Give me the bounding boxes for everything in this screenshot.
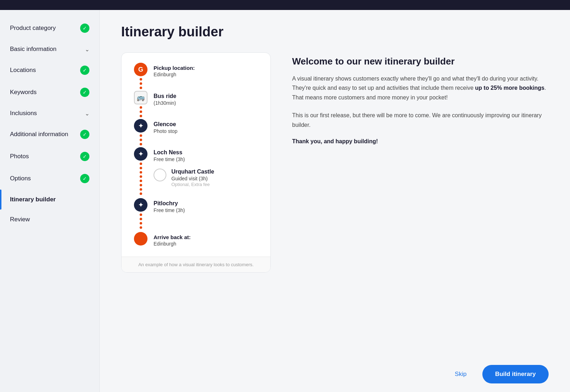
check-icon: ✓ bbox=[80, 174, 89, 183]
stop-label: Glencoe bbox=[154, 121, 259, 128]
timeline-content-5: Arrive back at: Edinburgh bbox=[149, 232, 259, 247]
card-footer-text: An example of how a visual itinerary loo… bbox=[138, 262, 254, 267]
itinerary-card-body: G Pickup location: Edinburgh bbox=[121, 53, 270, 257]
stop-label: Bus ride bbox=[154, 93, 259, 99]
optional-stop: Urquhart Castle Guided visit (3h) Option… bbox=[154, 169, 259, 187]
timeline-left: ✦ bbox=[133, 198, 149, 231]
info-title: Welcome to our new itinerary builder bbox=[292, 56, 549, 67]
info-paragraph-2: This is our first release, but there wil… bbox=[292, 111, 549, 130]
sidebar-item-locations[interactable]: Locations ✓ bbox=[0, 59, 99, 81]
top-bar bbox=[0, 0, 570, 10]
stop-node: ✦ bbox=[134, 198, 147, 212]
sidebar-item-right: ✓ bbox=[80, 130, 89, 139]
dot bbox=[140, 222, 142, 225]
stop-detail: Photo stop bbox=[154, 128, 259, 134]
line-dots bbox=[140, 76, 142, 91]
sidebar-item-additional-information[interactable]: Additional information ✓ bbox=[0, 123, 99, 145]
stop-label: Pitlochry bbox=[154, 200, 259, 207]
check-icon: ✓ bbox=[80, 130, 89, 139]
dot bbox=[140, 188, 142, 191]
timeline-stop-3: ✦ bbox=[133, 147, 259, 197]
line-dots bbox=[140, 133, 142, 147]
page-title: Itinerary builder bbox=[121, 24, 549, 40]
sidebar-item-keywords[interactable]: Keywords ✓ bbox=[0, 81, 99, 103]
dot bbox=[140, 167, 142, 169]
dot bbox=[140, 180, 142, 182]
sidebar-item-itinerary-builder[interactable]: Itinerary builder bbox=[0, 190, 99, 210]
sidebar-item-label: Additional information bbox=[10, 131, 68, 138]
optional-note: Optional, Extra fee bbox=[171, 182, 214, 187]
sidebar-item-right: ✓ bbox=[80, 88, 89, 97]
timeline-left: 🚌 bbox=[133, 91, 149, 119]
start-node: G bbox=[134, 63, 147, 76]
sidebar-item-right: ⌄ bbox=[85, 46, 89, 53]
stop-node: ✦ bbox=[134, 147, 147, 161]
dot bbox=[140, 171, 142, 174]
timeline-content-0: Pickup location: Edinburgh bbox=[149, 63, 259, 77]
sidebar-item-label: Basic information bbox=[10, 46, 56, 53]
dot bbox=[140, 82, 142, 85]
dot bbox=[140, 110, 142, 113]
info-paragraph-3: Thank you, and happy building! bbox=[292, 138, 549, 145]
dot bbox=[140, 184, 142, 186]
dot bbox=[140, 192, 142, 195]
stop-detail: Edinburgh bbox=[154, 241, 259, 247]
timeline-left: ✦ bbox=[133, 147, 149, 197]
check-icon: ✓ bbox=[80, 66, 89, 75]
sidebar-item-label: Locations bbox=[10, 67, 36, 74]
sidebar-item-label: Keywords bbox=[10, 89, 37, 96]
dot bbox=[140, 143, 142, 145]
stop-detail: Free time (3h) bbox=[154, 207, 259, 213]
timeline-left: G bbox=[133, 63, 149, 91]
dot bbox=[140, 115, 142, 117]
line-dots bbox=[140, 104, 142, 119]
timeline-left bbox=[133, 232, 149, 246]
sidebar-item-product-category[interactable]: Product category ✓ bbox=[0, 17, 99, 39]
skip-button[interactable]: Skip bbox=[448, 366, 474, 382]
line-dots bbox=[140, 212, 142, 231]
check-icon: ✓ bbox=[80, 88, 89, 97]
sidebar-item-right: ✓ bbox=[80, 152, 89, 161]
sidebar-item-inclusions[interactable]: Inclusions ⌄ bbox=[0, 103, 99, 123]
dot bbox=[140, 134, 142, 137]
optional-node bbox=[154, 169, 166, 181]
check-icon: ✓ bbox=[80, 152, 89, 161]
sidebar-item-review[interactable]: Review bbox=[0, 210, 99, 229]
sidebar-item-right: ⌄ bbox=[85, 110, 89, 117]
itinerary-card: G Pickup location: Edinburgh bbox=[121, 52, 271, 273]
sidebar-item-photos[interactable]: Photos ✓ bbox=[0, 145, 99, 167]
timeline-stop-2: ✦ Glencoe Photo stop bbox=[133, 119, 259, 147]
timeline-stop-1: 🚌 Bus ride (1h30min) bbox=[133, 91, 259, 119]
timeline-stop-0: G Pickup location: Edinburgh bbox=[133, 63, 259, 91]
info-bold: up to 25% more bookings bbox=[475, 85, 545, 91]
check-icon: ✓ bbox=[80, 24, 89, 33]
optional-label: Urquhart Castle bbox=[171, 169, 214, 175]
timeline-stop-5: Arrive back at: Edinburgh bbox=[133, 232, 259, 247]
timeline-content-4: Pitlochry Free time (3h) bbox=[149, 198, 259, 213]
dot bbox=[140, 213, 142, 216]
optional-detail: Guided visit (3h) bbox=[171, 176, 214, 181]
sidebar-item-label: Itinerary builder bbox=[10, 196, 56, 203]
stop-detail: Edinburgh bbox=[154, 72, 259, 77]
sidebar-item-right: ✓ bbox=[80, 174, 89, 183]
line-dots bbox=[140, 161, 142, 197]
sidebar-item-label: Inclusions bbox=[10, 110, 37, 117]
stop-label: Arrive back at: bbox=[154, 234, 259, 240]
sidebar-item-basic-information[interactable]: Basic information ⌄ bbox=[0, 39, 99, 59]
timeline-content-1: Bus ride (1h30min) bbox=[149, 91, 259, 106]
info-paragraph-1: A visual itinerary shows customers exact… bbox=[292, 74, 549, 102]
chevron-down-icon: ⌄ bbox=[85, 46, 89, 53]
content-area: G Pickup location: Edinburgh bbox=[121, 52, 549, 273]
info-panel: Welcome to our new itinerary builder A v… bbox=[292, 52, 549, 145]
dot bbox=[140, 226, 142, 229]
stop-detail: (1h30min) bbox=[154, 100, 259, 106]
card-footer: An example of how a visual itinerary loo… bbox=[121, 257, 270, 272]
sidebar-item-label: Review bbox=[10, 216, 30, 223]
chevron-down-icon: ⌄ bbox=[85, 110, 89, 117]
timeline-content-3: Loch Ness Free time (3h) Urquhart Castle… bbox=[149, 147, 259, 187]
build-itinerary-button[interactable]: Build itinerary bbox=[482, 365, 549, 383]
sidebar-item-label: Product category bbox=[10, 25, 56, 32]
stop-label: Pickup location: bbox=[154, 65, 259, 71]
bus-node: 🚌 bbox=[134, 91, 147, 104]
sidebar-item-options[interactable]: Options ✓ bbox=[0, 167, 99, 190]
